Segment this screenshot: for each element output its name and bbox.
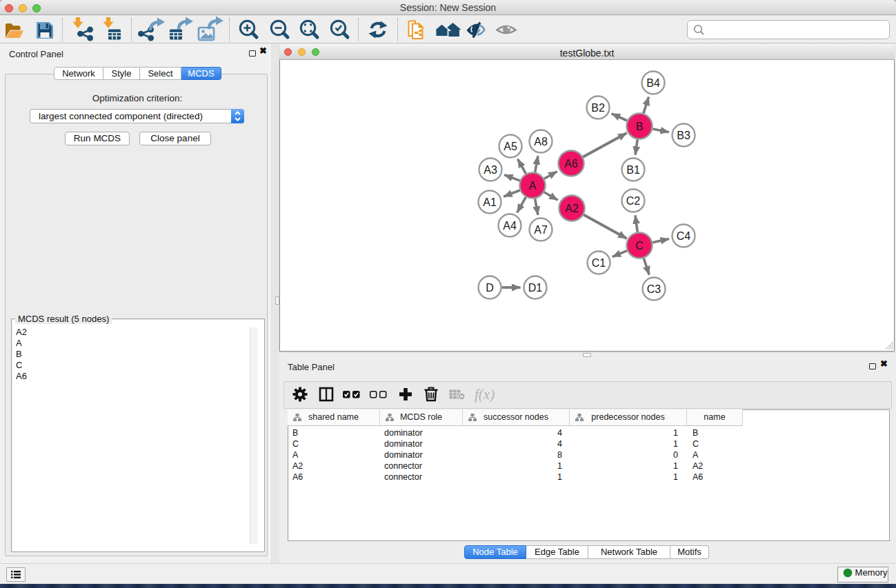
svg-text:C2: C2: [626, 195, 641, 207]
svg-text:D: D: [486, 282, 494, 294]
svg-text:A1: A1: [483, 196, 497, 208]
svg-text:B4: B4: [646, 77, 660, 89]
svg-text:A8: A8: [534, 136, 548, 148]
svg-text:A4: A4: [503, 220, 517, 232]
svg-text:A: A: [529, 180, 537, 192]
svg-text:A2: A2: [565, 203, 579, 214]
svg-text:D1: D1: [528, 282, 543, 294]
svg-text:A6: A6: [564, 158, 578, 170]
svg-text:B2: B2: [591, 102, 605, 114]
svg-text:C: C: [635, 240, 644, 252]
svg-text:A5: A5: [504, 141, 517, 152]
svg-text:B: B: [636, 121, 644, 132]
svg-text:A3: A3: [484, 164, 497, 176]
svg-text:B1: B1: [626, 164, 640, 176]
svg-text:C3: C3: [647, 283, 661, 295]
svg-text:C4: C4: [677, 230, 691, 242]
svg-text:B3: B3: [677, 130, 690, 141]
svg-text:C1: C1: [592, 257, 606, 269]
svg-text:f(x): f(x): [475, 386, 495, 403]
svg-text:A7: A7: [534, 224, 548, 236]
